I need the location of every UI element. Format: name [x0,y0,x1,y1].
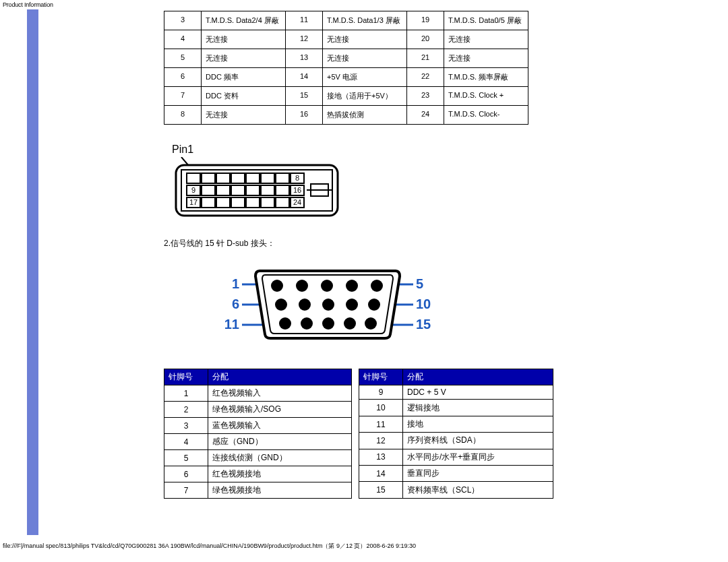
table-row: 3蓝色视频输入 [164,418,352,434]
pin-alloc: 逻辑接地 [403,400,553,416]
svg-rect-25 [276,197,289,208]
header-title: Product Information [0,0,728,9]
table-row: 13水平同步/水平+垂直同步 [359,449,553,465]
pin-number: 11 [286,11,323,30]
pin-number: 4 [164,434,208,450]
pin-desc: 热插拔侦测 [323,106,407,125]
left-band [27,9,38,535]
svg-rect-4 [202,173,215,183]
pin-desc: T.M.D.S. 频率屏蔽 [444,68,528,87]
table-row: 3T.M.D.S. Data2/4 屏蔽11T.M.D.S. Data1/3 屏… [164,11,528,30]
svg-text:15: 15 [416,317,431,332]
pin-number: 12 [359,433,403,449]
svg-point-54 [346,299,358,311]
pin-alloc: 绿色视频接地 [208,482,352,499]
pin-number: 8 [164,106,202,125]
table-row: 6DDC 频率14+5V 电源22T.M.D.S. 频率屏蔽 [164,68,528,87]
svg-rect-20 [202,197,215,208]
svg-rect-5 [216,173,230,183]
pin-desc: DDC 资料 [202,87,286,106]
pin-desc: 无连接 [444,30,528,49]
svg-point-53 [322,299,334,311]
svg-point-52 [299,299,311,311]
svg-rect-22 [231,197,245,208]
svg-point-55 [368,299,380,311]
table-row: 6红色视频接地 [164,466,352,482]
svg-rect-21 [216,197,230,208]
table-row: 1红色视频输入 [164,385,352,402]
pin-alloc: DDC + 5 V [403,385,553,400]
table-row: 14垂直同步 [359,466,553,482]
footer-path: file:///F|/manual spec/813/philips TV&lc… [0,535,728,555]
pin-desc: T.M.D.S. Clock + [444,87,528,106]
pin-number: 7 [164,482,208,499]
table-row: 7DDC 资料15接地（适用于+5V）23T.M.D.S. Clock + [164,87,528,106]
table-row: 9DDC + 5 V [359,385,553,400]
pin-desc: 无连接 [444,49,528,68]
pin-alloc: 接地 [403,416,553,432]
dvi-pin-table: 3T.M.D.S. Data2/4 屏蔽11T.M.D.S. Data1/3 屏… [164,11,528,125]
pin-alloc: 水平同步/水平+垂直同步 [403,449,553,465]
pin-number: 12 [286,30,323,49]
dsub-pin-table-left: 针脚号 分配 1红色视频输入2绿色视频输入/SOG3蓝色视频输入4感应（GND）… [164,369,352,499]
svg-point-51 [275,299,287,311]
pin-number: 2 [164,402,208,418]
svg-text:11: 11 [224,317,239,332]
svg-text:24: 24 [293,198,301,206]
svg-point-57 [301,317,313,330]
pin-number: 11 [359,416,403,432]
table-row: 5无连接13无连接21无连接 [164,49,528,68]
svg-text:1: 1 [232,276,239,291]
pin-number: 3 [164,11,202,30]
table-row: 7绿色视频接地 [164,482,352,499]
pin-number: 3 [164,418,208,434]
svg-rect-3 [187,173,200,183]
svg-rect-15 [246,185,260,195]
svg-rect-9 [276,173,289,183]
svg-point-49 [346,280,358,292]
svg-text:9: 9 [191,186,195,194]
table-row: 11接地 [359,416,553,432]
svg-point-56 [279,317,291,330]
dsub-pin-table-right: 针脚号 分配 9DDC + 5 V10逻辑接地11接地12序列资料线（SDA）1… [359,369,553,499]
pin-number: 15 [286,87,323,106]
pin-number: 5 [164,450,208,466]
pin-desc: 无连接 [202,30,286,49]
svg-point-59 [344,317,356,330]
pin-desc: DDC 频率 [202,68,286,87]
pin-number: 1 [164,385,208,402]
pin-alloc: 蓝色视频输入 [208,418,352,434]
svg-rect-14 [231,185,245,195]
svg-text:16: 16 [293,186,301,194]
pin-number: 13 [359,449,403,465]
pin-alloc: 资料频率线（SCL） [403,482,553,499]
table-row: 4无连接12无连接20无连接 [164,30,528,49]
svg-rect-6 [231,173,245,183]
pin-number: 16 [286,106,323,125]
pin1-label: Pin1 [172,144,701,156]
svg-point-46 [271,280,283,292]
pin-desc: 接地（适用于+5V） [323,87,407,106]
pin-number: 9 [359,385,403,400]
svg-rect-16 [261,185,274,195]
dsub-header-pin: 针脚号 [359,369,403,385]
pin-alloc: 连接线侦测（GND） [208,450,352,466]
pin-number: 6 [164,68,202,87]
svg-rect-12 [202,185,215,195]
pin-number: 14 [359,466,403,482]
svg-point-50 [371,280,383,292]
svg-text:6: 6 [232,296,239,311]
pin-desc: 无连接 [323,30,407,49]
pin-number: 7 [164,87,202,106]
pin-desc: T.M.D.S. Data1/3 屏蔽 [323,11,407,30]
table-row: 12序列资料线（SDA） [359,433,553,449]
pin-alloc: 红色视频输入 [208,385,352,402]
pin-number: 24 [407,106,444,125]
pin-number: 23 [407,87,444,106]
pin-number: 10 [359,400,403,416]
pin-number: 13 [286,49,323,68]
pin-number: 6 [164,466,208,482]
pin-alloc: 垂直同步 [403,466,553,482]
pin-alloc: 感应（GND） [208,434,352,450]
dsub-header-alloc: 分配 [403,369,553,385]
